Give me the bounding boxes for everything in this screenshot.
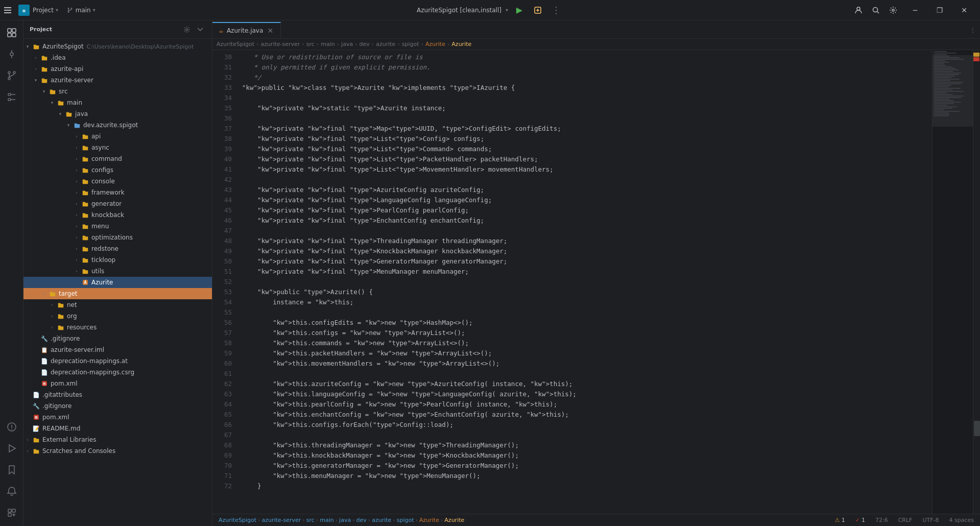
editor-scrollbar[interactable]: [973, 50, 980, 514]
breadcrumb-main[interactable]: main: [321, 41, 334, 47]
line-num-39: 39: [212, 144, 232, 154]
project-name[interactable]: Project: [33, 7, 54, 14]
encoding-indicator[interactable]: UTF-8: [920, 515, 941, 525]
code-content[interactable]: * Use or redistribution of source or fil…: [238, 50, 932, 514]
breadcrumb-src[interactable]: src: [306, 41, 315, 47]
search-icon-btn[interactable]: [869, 3, 883, 17]
problems-btn[interactable]: [2, 417, 22, 437]
breadcrumb-spigot[interactable]: spigot: [402, 41, 419, 47]
collapse-all-btn[interactable]: [195, 24, 206, 35]
tree-item-azurite-server[interactable]: ▾ azurite-server: [23, 75, 212, 86]
minimap-line: [934, 86, 949, 87]
run-config-arrow[interactable]: ▾: [506, 7, 508, 13]
tree-item-pom.xml-server[interactable]: m pom.xml: [23, 378, 212, 389]
tab-overflow-btn[interactable]: ⋮: [966, 22, 980, 38]
tree-item-README.md[interactable]: 📝 README.md: [23, 423, 212, 434]
tree-item-.gitignore-root[interactable]: 🔧 .gitignore: [23, 333, 212, 344]
tree-item-api[interactable]: › api: [23, 131, 212, 142]
tree-item-Azurite[interactable]: A Azurite: [23, 277, 212, 288]
tree-item-java[interactable]: ▾ java: [23, 108, 212, 119]
tree-item-azurite-server.iml[interactable]: 📋 azurite-server.iml: [23, 344, 212, 355]
tree-item-external-libs[interactable]: › External Libraries: [23, 434, 212, 445]
line-num-51: 51: [212, 267, 232, 277]
tree-item-generator[interactable]: › generator: [23, 198, 212, 209]
tree-item-azuritespigot[interactable]: ▾ AzuriteSpigot C:\Users\keano\Desktop\A…: [23, 41, 212, 52]
svg-rect-8: [8, 29, 11, 32]
tree-item-deprecation-mappings.csrg[interactable]: 📄 deprecation-mappings.csrg: [23, 367, 212, 378]
panel-settings-btn[interactable]: [181, 24, 193, 35]
tree-item-knockback[interactable]: › knockback: [23, 209, 212, 221]
hamburger-menu[interactable]: [4, 5, 14, 15]
breadcrumb-class[interactable]: Azurite: [425, 41, 445, 47]
warnings-count[interactable]: ⚠ 1: [833, 515, 847, 525]
breadcrumb-java[interactable]: java: [341, 41, 353, 47]
run-button[interactable]: ▶: [512, 3, 527, 17]
run-config-name[interactable]: AzuriteSpigot [clean,install]: [417, 7, 501, 14]
tree-item-scratches[interactable]: › Scratches and Consoles: [23, 445, 212, 457]
minimap[interactable]: [932, 50, 973, 514]
account-icon[interactable]: [851, 3, 866, 17]
tree-item-.gitignore[interactable]: 🔧 .gitignore: [23, 400, 212, 412]
settings-icon-btn[interactable]: [886, 3, 900, 17]
tree-item-org[interactable]: › org: [23, 310, 212, 322]
breadcrumb-azurite[interactable]: azurite: [376, 41, 395, 47]
breadcrumb-azurite-server[interactable]: azurite-server: [260, 41, 300, 47]
tree-item-configs[interactable]: › configs: [23, 164, 212, 176]
project-breadcrumb[interactable]: AzuriteSpigot › azurite-server › src › m…: [217, 515, 466, 525]
tree-item-command[interactable]: › command: [23, 153, 212, 164]
tree-item-.gitattributes[interactable]: 📄 .gitattributes: [23, 389, 212, 400]
tree-item-async[interactable]: › async: [23, 142, 212, 153]
git-btn[interactable]: [2, 65, 22, 86]
tab-close-btn[interactable]: ✕: [266, 27, 274, 35]
line-num-70: 70: [212, 461, 232, 471]
tree-icon: [81, 144, 90, 151]
errors-count[interactable]: ✓ 1: [853, 515, 867, 525]
tree-item-tickloop[interactable]: › tickloop: [23, 254, 212, 266]
tree-item-console[interactable]: › console: [23, 176, 212, 187]
bookmark-btn[interactable]: [2, 460, 22, 480]
tree-item-utils[interactable]: › utils: [23, 266, 212, 277]
notification-btn[interactable]: [2, 481, 22, 501]
breadcrumb-azuritespigot[interactable]: AzuriteSpigot: [217, 41, 254, 47]
tree-item-framework[interactable]: › framework: [23, 187, 212, 198]
close-button[interactable]: ✕: [952, 3, 976, 18]
tab-azurite-java[interactable]: ☕ Azurite.java ✕: [212, 22, 281, 38]
line-sep-indicator[interactable]: CRLF: [896, 515, 915, 525]
commit-btn[interactable]: [2, 44, 22, 64]
minimap-line: [934, 74, 959, 75]
code-line-56: "kw">this.configEdits = "kw">new "type">…: [242, 318, 932, 328]
run-tool-btn[interactable]: [2, 438, 22, 459]
tree-item-net[interactable]: › net: [23, 299, 212, 310]
tree-item-main[interactable]: ▾ main: [23, 97, 212, 108]
breadcrumb-dev[interactable]: dev: [360, 41, 370, 47]
tree-item-target[interactable]: › target: [23, 288, 212, 299]
indent-indicator[interactable]: 4 spaces: [947, 515, 976, 525]
tree-item-dev.azurite.spigot[interactable]: ▾ dev.azurite.spigot: [23, 119, 212, 131]
tree-item-menu[interactable]: › menu: [23, 221, 212, 232]
tree-item-resources[interactable]: › resources: [23, 322, 212, 333]
line-num-42: 42: [212, 175, 232, 185]
code-line-71: "kw">this.menuManager = "kw">new "type">…: [242, 471, 932, 481]
minimize-button[interactable]: ─: [903, 3, 927, 18]
tree-item-pom.xml[interactable]: m pom.xml: [23, 412, 212, 423]
tree-item-azurite-api[interactable]: › azurite-api: [23, 63, 212, 75]
line-col-indicator[interactable]: 72:6: [873, 515, 890, 525]
branch-dropdown-arrow[interactable]: ▾: [93, 7, 95, 13]
folder-icon: [49, 290, 56, 297]
build-button[interactable]: [531, 3, 545, 17]
project-dropdown-arrow[interactable]: ▾: [56, 7, 58, 13]
structure-btn[interactable]: [2, 87, 22, 107]
branch-name[interactable]: main: [76, 7, 91, 14]
tree-item-optimizations[interactable]: › optimizations: [23, 232, 212, 243]
restore-button[interactable]: ❐: [928, 3, 951, 18]
tree-item-src[interactable]: ▾ src: [23, 86, 212, 97]
more-run-options[interactable]: ⋮: [549, 3, 563, 17]
tree-item-redstone[interactable]: › redstone: [23, 243, 212, 254]
plugins-btn[interactable]: [2, 503, 22, 523]
tree-label: README.md: [42, 425, 80, 432]
tree-item-deprecation-mappings.at[interactable]: 📄 deprecation-mappings.at: [23, 355, 212, 367]
project-view-btn[interactable]: [2, 22, 22, 43]
scrollbar-thumb[interactable]: [974, 421, 980, 436]
tree-item-idea[interactable]: › .idea: [23, 52, 212, 63]
breadcrumb-method[interactable]: Azurite: [451, 41, 471, 47]
